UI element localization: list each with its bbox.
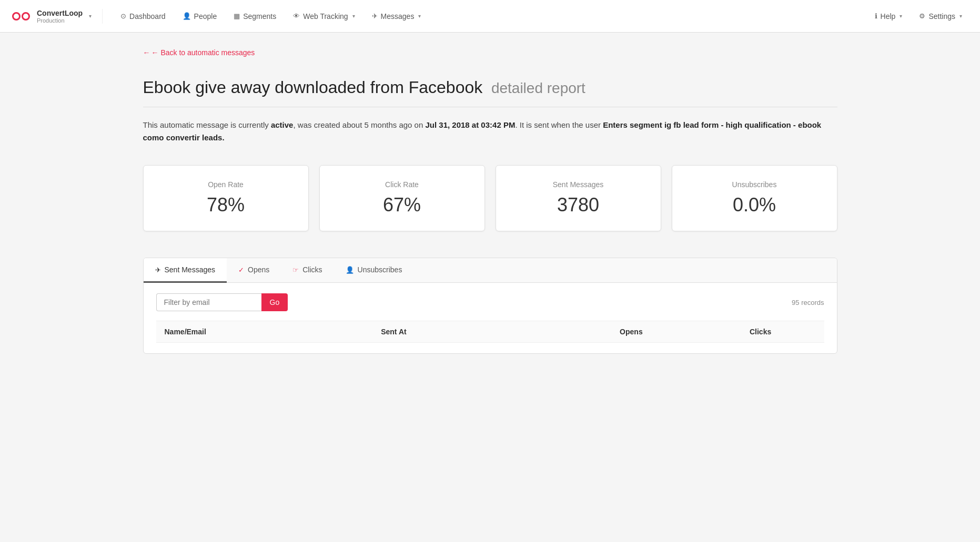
col-header-sent-at: Sent At	[349, 321, 565, 343]
nav-label-segments: Segments	[243, 12, 276, 21]
description: This automatic message is currently acti…	[143, 119, 837, 144]
data-table: Name/Email Sent At Opens Clicks	[156, 321, 824, 343]
table-header-row: Name/Email Sent At Opens Clicks	[156, 321, 824, 343]
tab-unsubscribes[interactable]: 👤 Unsubscribes	[334, 258, 414, 283]
logo-icon	[11, 9, 32, 24]
tabs-header: ✈ Sent Messages ✓ Opens ☞ Clicks 👤 Unsub…	[144, 258, 837, 283]
back-arrow-icon: ←	[143, 48, 150, 57]
stat-value-click-rate: 67%	[330, 194, 474, 216]
people-icon: 👤	[183, 12, 191, 20]
nav-item-messages[interactable]: ✈ Messages ▾	[365, 8, 429, 25]
desc-after: . It is sent when the user	[515, 120, 603, 129]
nav-item-dashboard[interactable]: ⊙ Dashboard	[113, 8, 173, 25]
stats-row: Open Rate 78% Click Rate 67% Sent Messag…	[143, 165, 837, 231]
nav-label-web-tracking: Web Tracking	[303, 12, 348, 21]
stat-value-unsubscribes: 0.0%	[683, 194, 826, 216]
messages-dropdown-icon: ▾	[418, 13, 421, 19]
web-tracking-icon: 👁	[293, 12, 300, 20]
nav-label-messages: Messages	[381, 12, 415, 21]
dashboard-icon: ⊙	[120, 12, 126, 20]
loop-left	[12, 12, 21, 21]
help-icon: ℹ	[875, 12, 877, 20]
tab-unsubscribes-label: Unsubscribes	[358, 265, 402, 274]
main-content: ← ← Back to automatic messages Ebook giv…	[122, 33, 858, 370]
col-header-name-email: Name/Email	[156, 321, 350, 343]
nav-label-settings: Settings	[928, 12, 955, 21]
col-header-clicks: Clicks	[697, 321, 824, 343]
brand-text: ConvertLoop Production	[37, 9, 83, 24]
page-title-main: Ebook give away downloaded from Facebook	[143, 78, 483, 97]
tab-clicks[interactable]: ☞ Clicks	[281, 258, 334, 283]
settings-dropdown-icon: ▾	[959, 13, 962, 19]
brand-dropdown-icon: ▾	[89, 13, 92, 19]
tab-sent-messages-label: Sent Messages	[165, 265, 216, 274]
web-tracking-dropdown-icon: ▾	[352, 13, 355, 19]
stat-label-unsubscribes: Unsubscribes	[683, 180, 826, 189]
clicks-tab-icon: ☞	[292, 266, 299, 274]
filter-email-input[interactable]	[156, 293, 261, 311]
opens-tab-icon: ✓	[238, 266, 244, 274]
stat-value-sent-messages: 3780	[507, 194, 650, 216]
nav-item-settings[interactable]: ⚙ Settings ▾	[912, 8, 969, 25]
nav-item-web-tracking[interactable]: 👁 Web Tracking ▾	[286, 8, 362, 25]
filter-go-button[interactable]: Go	[261, 293, 288, 311]
tab-sent-messages[interactable]: ✈ Sent Messages	[144, 258, 227, 283]
desc-status: active	[271, 120, 294, 129]
nav-items: ⊙ Dashboard 👤 People ▦ Segments 👁 Web Tr…	[113, 8, 867, 25]
nav-right: ℹ Help ▾ ⚙ Settings ▾	[867, 8, 969, 25]
settings-icon: ⚙	[919, 12, 925, 20]
back-link[interactable]: ← ← Back to automatic messages	[143, 48, 255, 57]
desc-middle: , was created about 5 months ago on	[293, 120, 425, 129]
col-header-opens: Opens	[565, 321, 697, 343]
stat-card-unsubscribes: Unsubscribes 0.0%	[672, 165, 837, 231]
table-controls: Go 95 records	[156, 293, 824, 311]
segments-icon: ▦	[234, 12, 240, 20]
nav-label-help: Help	[881, 12, 896, 21]
brand-name: ConvertLoop	[37, 9, 83, 17]
sent-messages-tab-icon: ✈	[155, 266, 161, 274]
tab-opens[interactable]: ✓ Opens	[227, 258, 281, 283]
title-divider	[143, 107, 837, 107]
desc-date: Jul 31, 2018 at 03:42 PM	[425, 120, 515, 129]
stat-card-sent-messages: Sent Messages 3780	[496, 165, 661, 231]
messages-icon: ✈	[372, 12, 378, 20]
tab-opens-label: Opens	[248, 265, 269, 274]
page-title-suffix: detailed report	[487, 80, 585, 96]
stat-value-open-rate: 78%	[154, 194, 298, 216]
stat-label-click-rate: Click Rate	[330, 180, 474, 189]
nav-item-people[interactable]: 👤 People	[175, 8, 225, 25]
unsubscribes-tab-icon: 👤	[346, 266, 354, 274]
records-count: 95 records	[792, 299, 824, 306]
table-area: Go 95 records Name/Email Sent At Opens C…	[144, 283, 837, 353]
tab-clicks-label: Clicks	[302, 265, 322, 274]
filter-group: Go	[156, 293, 288, 311]
nav-item-segments[interactable]: ▦ Segments	[226, 8, 284, 25]
nav-item-help[interactable]: ℹ Help ▾	[867, 8, 910, 25]
page-title: Ebook give away downloaded from Facebook…	[143, 78, 837, 97]
stat-card-click-rate: Click Rate 67%	[319, 165, 485, 231]
navbar: ConvertLoop Production ▾ ⊙ Dashboard 👤 P…	[0, 0, 980, 33]
stat-label-sent-messages: Sent Messages	[507, 180, 650, 189]
stat-card-open-rate: Open Rate 78%	[143, 165, 309, 231]
brand-sub: Production	[37, 17, 83, 24]
nav-label-dashboard: Dashboard	[129, 12, 166, 21]
tabs-container: ✈ Sent Messages ✓ Opens ☞ Clicks 👤 Unsub…	[143, 258, 837, 354]
nav-label-people: People	[194, 12, 217, 21]
stat-label-open-rate: Open Rate	[154, 180, 298, 189]
desc-before: This automatic message is currently	[143, 120, 271, 129]
brand[interactable]: ConvertLoop Production ▾	[11, 9, 103, 24]
loop-right	[22, 12, 30, 21]
back-link-text: ← Back to automatic messages	[151, 48, 255, 57]
help-dropdown-icon: ▾	[900, 13, 902, 19]
